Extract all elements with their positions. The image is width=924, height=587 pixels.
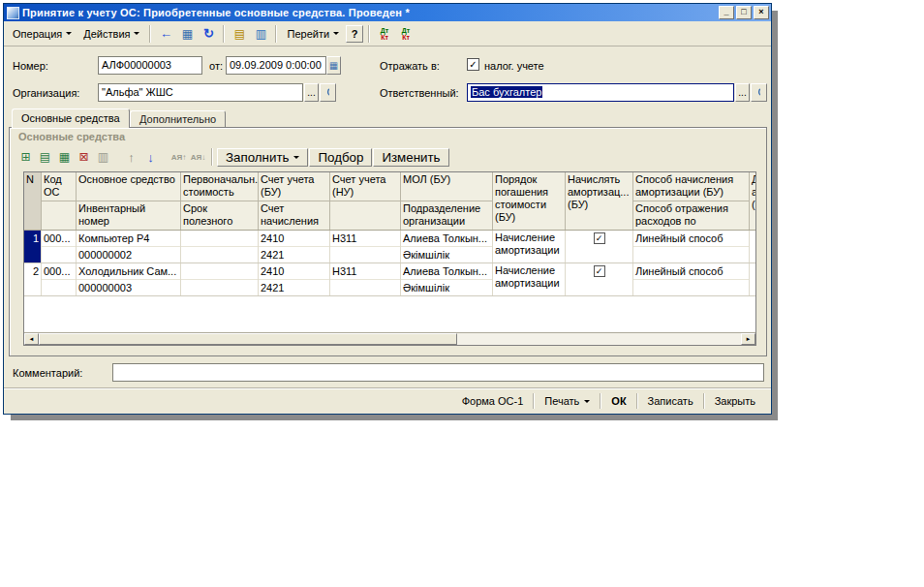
menu-operation[interactable]: Операция xyxy=(8,26,77,42)
scroll-left-icon: ◄ xyxy=(29,336,35,342)
table-row[interactable]: 1 000... Компьютер Р4000000002 24102421 … xyxy=(24,231,755,263)
help-button[interactable]: ? xyxy=(346,25,363,43)
col-header-account-nu[interactable]: Счет учета (НУ) xyxy=(330,172,401,230)
add-row-icon: ⊞ xyxy=(20,150,30,164)
depreciate-checkbox[interactable]: ✓ xyxy=(594,265,605,277)
mark-document-button[interactable]: ▥ xyxy=(251,24,270,44)
cell-depreciate[interactable]: ✓ xyxy=(566,263,633,295)
organization-field[interactable]: "Альфа" ЖШС xyxy=(98,83,303,102)
close-window-button[interactable]: Закрыть xyxy=(705,392,765,410)
change-button[interactable]: Изменить xyxy=(373,148,448,167)
titlebar[interactable]: Принятие к учету ОС: Приобретенные основ… xyxy=(4,4,771,21)
move-down-button[interactable]: ↓ xyxy=(141,148,160,166)
date-picker-button[interactable]: ▦ xyxy=(326,56,341,75)
cell-mol[interactable]: Алиева Толкын...Әкімшілік xyxy=(401,231,493,263)
cell-method[interactable]: Линейный способ xyxy=(633,263,750,295)
comment-field[interactable] xyxy=(112,363,764,382)
ok-button[interactable]: ОК xyxy=(601,392,635,410)
cell-order[interactable]: Начисление амортизации xyxy=(493,263,566,295)
cell-asset[interactable]: Холодильник Сам...000000003 xyxy=(77,263,181,295)
section-title: Основные средства xyxy=(18,131,125,142)
delete-row-button[interactable]: ⊠ xyxy=(75,148,93,166)
edit-row-button[interactable]: ▦ xyxy=(55,148,74,166)
scrollbar-thumb[interactable] xyxy=(39,333,457,345)
check-icon: ✓ xyxy=(596,234,603,243)
cell-code[interactable]: 000... xyxy=(42,231,77,263)
cell-cut[interactable] xyxy=(750,231,756,263)
row-selector[interactable]: 2 xyxy=(24,263,42,295)
number-field[interactable]: АЛФ00000003 xyxy=(98,56,202,75)
row-selector[interactable]: 1 xyxy=(24,231,42,263)
post-document-button[interactable]: ▤ xyxy=(230,24,249,44)
col-header-method[interactable]: Способ начисления амортизации (БУ)Способ… xyxy=(633,172,750,230)
tab-additional[interactable]: Дополнительно xyxy=(130,110,226,128)
renumber-button[interactable]: ▥ xyxy=(94,148,112,166)
cell-account-bu[interactable]: 24102421 xyxy=(259,263,330,295)
menu-goto[interactable]: Перейти xyxy=(282,26,344,42)
scroll-left-button[interactable]: ◄ xyxy=(24,333,39,345)
depreciate-checkbox[interactable]: ✓ xyxy=(594,232,605,244)
maximize-button[interactable]: □ xyxy=(736,6,752,19)
move-up-icon: ↑ xyxy=(128,150,135,165)
menu-actions[interactable]: Действия xyxy=(78,26,144,42)
date-field[interactable]: 09.09.2009 0:00:00 xyxy=(226,56,326,75)
sort-ascending-button[interactable]: АЯ↑ xyxy=(169,148,188,166)
move-up-button[interactable]: ↑ xyxy=(122,148,140,166)
tax-accounting-checkbox[interactable]: ✓ xyxy=(467,58,479,71)
scroll-right-button[interactable]: ► xyxy=(741,333,755,345)
refresh-button[interactable]: ↻ xyxy=(199,24,218,44)
cell-account-nu[interactable]: Н311 xyxy=(330,263,401,295)
responsible-open-button[interactable] xyxy=(751,83,767,102)
cell-cut[interactable] xyxy=(750,263,756,295)
structure-button[interactable]: ▦ xyxy=(177,24,197,44)
dtkt-report-button[interactable]: ДтКт xyxy=(396,24,416,44)
sort-descending-button[interactable]: АЯ↓ xyxy=(189,148,207,166)
col-header-cost[interactable]: Первоначальн... стоимость (БУ)Срок полез… xyxy=(181,172,259,230)
col-header-n[interactable]: N xyxy=(24,172,42,230)
close-button[interactable]: × xyxy=(754,6,769,19)
col-header-order[interactable]: Порядок погашения стоимости (БУ) xyxy=(493,172,566,230)
col-header-asset[interactable]: Основное средствоИнвентарный номер xyxy=(77,172,181,230)
cell-cost[interactable] xyxy=(181,263,259,295)
cell-cost[interactable] xyxy=(181,231,259,263)
cell-account-bu[interactable]: 24102421 xyxy=(259,231,330,263)
col-header-depreciate[interactable]: Начислять амортизац... (БУ) xyxy=(566,172,633,230)
responsible-label: Ответственный: xyxy=(380,87,459,99)
number-label: Номер: xyxy=(13,60,48,72)
renumber-icon: ▥ xyxy=(98,150,108,164)
pick-button[interactable]: Подбор xyxy=(309,148,372,167)
window-title: Принятие к учету ОС: Приобретенные основ… xyxy=(22,7,717,18)
tab-fixed-assets[interactable]: Основные средства xyxy=(12,108,130,128)
print-button[interactable]: Печать xyxy=(535,392,600,410)
chevron-down-icon xyxy=(333,32,339,35)
organization-choose-button[interactable]: ... xyxy=(304,83,319,102)
cell-order[interactable]: Начисление амортизации xyxy=(493,231,566,263)
col-header-account-bu[interactable]: Счет учета (БУ)Счет начисления xyxy=(259,172,330,230)
add-row-button[interactable]: ⊞ xyxy=(16,148,35,166)
footer-bar: Форма ОС-1 Печать ОК Записать Закрыть xyxy=(4,387,771,414)
minimize-button[interactable]: _ xyxy=(719,6,734,19)
save-button[interactable]: Записать xyxy=(638,392,703,410)
col-header-cut[interactable]: Да( xyxy=(750,172,756,230)
back-button[interactable]: ← xyxy=(156,24,175,44)
responsible-field[interactable]: Бас бухгалтер xyxy=(467,83,734,102)
copy-row-button[interactable]: ▤ xyxy=(36,148,54,166)
col-header-code[interactable]: Код ОС xyxy=(42,172,77,230)
cell-depreciate[interactable]: ✓ xyxy=(566,231,633,263)
cell-method[interactable]: Линейный способ xyxy=(633,231,750,263)
move-down-icon: ↓ xyxy=(147,150,154,165)
organization-open-button[interactable] xyxy=(320,83,336,102)
cell-code[interactable]: 000... xyxy=(42,263,77,295)
responsible-choose-button[interactable]: ... xyxy=(735,83,750,102)
refresh-icon: ↻ xyxy=(203,26,214,41)
col-header-mol[interactable]: МОЛ (БУ)Подразделение организации xyxy=(401,172,493,230)
dtkt-button[interactable]: ДтКт xyxy=(375,24,394,44)
fill-button[interactable]: Заполнить xyxy=(217,148,308,167)
table-row[interactable]: 2 000... Холодильник Сам...000000003 241… xyxy=(24,263,755,296)
cell-account-nu[interactable]: Н311 xyxy=(330,231,401,263)
form-os1-button[interactable]: Форма ОС-1 xyxy=(452,392,534,410)
horizontal-scrollbar[interactable]: ◄ ► xyxy=(24,332,755,345)
cell-asset[interactable]: Компьютер Р4000000002 xyxy=(77,231,181,263)
sort-ascending-icon: АЯ↑ xyxy=(171,153,187,162)
cell-mol[interactable]: Алиева Толкын...Әкімшілік xyxy=(401,263,493,295)
